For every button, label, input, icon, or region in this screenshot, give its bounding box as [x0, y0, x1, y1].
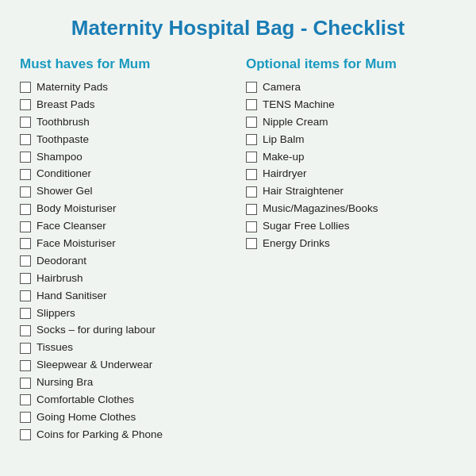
list-item[interactable]: Deodorant	[20, 254, 230, 269]
item-label: Sugar Free Lollies	[263, 219, 350, 234]
list-item[interactable]: Body Moisturiser	[20, 202, 230, 217]
list-item[interactable]: Comfortable Clothes	[20, 393, 230, 408]
item-label: Breast Pads	[36, 98, 95, 113]
item-label: Shampoo	[36, 150, 83, 165]
item-label: Tissues	[36, 340, 73, 355]
list-item[interactable]: Face Cleanser	[20, 219, 230, 234]
list-item[interactable]: Socks – for during labour	[20, 323, 230, 338]
checkbox[interactable]	[20, 117, 31, 128]
item-label: Hairbrush	[36, 271, 83, 286]
item-label: Hand Sanitiser	[36, 289, 107, 304]
list-item[interactable]: Hairdryer	[246, 167, 456, 182]
checkbox[interactable]	[20, 221, 31, 232]
checkbox[interactable]	[20, 82, 31, 93]
item-label: Toothpaste	[36, 132, 89, 148]
must-haves-column: Must haves for Mum Maternity PadsBreast …	[20, 56, 230, 445]
checkbox[interactable]	[246, 186, 257, 198]
checkbox[interactable]	[20, 343, 31, 354]
checkbox[interactable]	[20, 273, 31, 284]
checkbox[interactable]	[20, 255, 31, 267]
list-item[interactable]: Sugar Free Lollies	[246, 219, 456, 234]
content-columns: Must haves for Mum Maternity PadsBreast …	[20, 56, 456, 445]
item-label: Lip Balm	[263, 132, 305, 148]
list-item[interactable]: Shampoo	[20, 150, 230, 165]
list-item[interactable]: Breast Pads	[20, 98, 230, 113]
list-item[interactable]: Hair Straightener	[246, 184, 456, 199]
checkbox[interactable]	[20, 378, 31, 389]
list-item[interactable]: Shower Gel	[20, 184, 230, 199]
list-item[interactable]: Maternity Pads	[20, 80, 230, 95]
checkbox[interactable]	[20, 429, 31, 440]
checkbox[interactable]	[246, 221, 257, 232]
page: Maternity Hospital Bag - Checklist Must …	[0, 0, 476, 476]
optional-heading: Optional items for Mum	[246, 56, 456, 72]
checkbox[interactable]	[20, 238, 31, 249]
item-label: Hair Straightener	[263, 184, 344, 199]
checkbox[interactable]	[20, 186, 31, 198]
list-item[interactable]: Toothpaste	[20, 132, 230, 148]
list-item[interactable]: Nipple Cream	[246, 115, 456, 130]
list-item[interactable]: TENS Machine	[246, 98, 456, 113]
checkbox[interactable]	[20, 99, 31, 110]
list-item[interactable]: Camera	[246, 80, 456, 95]
list-item[interactable]: Conditioner	[20, 167, 230, 182]
checkbox[interactable]	[20, 412, 31, 423]
item-label: Shower Gel	[36, 184, 93, 199]
checkbox[interactable]	[246, 99, 257, 110]
item-label: Face Moisturiser	[36, 236, 116, 251]
item-label: Body Moisturiser	[36, 202, 117, 217]
list-item[interactable]: Energy Drinks	[246, 236, 456, 251]
list-item[interactable]: Toothbrush	[20, 115, 230, 130]
item-label: Make-up	[263, 150, 305, 165]
item-label: TENS Machine	[263, 98, 335, 113]
item-label: Comfortable Clothes	[36, 393, 134, 408]
checkbox[interactable]	[20, 394, 31, 405]
item-label: Socks – for during labour	[36, 323, 155, 338]
checkbox[interactable]	[20, 308, 31, 319]
checkbox[interactable]	[246, 169, 257, 180]
checkbox[interactable]	[246, 152, 257, 163]
item-label: Nursing Bra	[36, 375, 93, 390]
checkbox[interactable]	[246, 117, 257, 128]
item-label: Sleepwear & Underwear	[36, 358, 152, 373]
checkbox[interactable]	[246, 134, 257, 145]
item-label: Camera	[263, 80, 301, 95]
item-label: Energy Drinks	[263, 236, 330, 251]
list-item[interactable]: Going Home Clothes	[20, 410, 230, 425]
item-label: Maternity Pads	[36, 80, 108, 95]
checkbox[interactable]	[20, 325, 31, 336]
item-label: Conditioner	[36, 167, 91, 182]
optional-list: CameraTENS MachineNipple CreamLip BalmMa…	[246, 80, 456, 251]
item-label: Going Home Clothes	[36, 410, 136, 425]
checkbox[interactable]	[246, 238, 257, 249]
checkbox[interactable]	[20, 290, 31, 301]
checkbox[interactable]	[20, 134, 31, 145]
optional-column: Optional items for Mum CameraTENS Machin…	[246, 56, 456, 445]
list-item[interactable]: Hairbrush	[20, 271, 230, 286]
checkbox[interactable]	[246, 204, 257, 215]
must-haves-list: Maternity PadsBreast PadsToothbrushTooth…	[20, 80, 230, 443]
item-label: Nipple Cream	[263, 115, 328, 130]
item-label: Deodorant	[36, 254, 86, 269]
list-item[interactable]: Music/Magazines/Books	[246, 202, 456, 217]
checkbox[interactable]	[246, 82, 257, 93]
list-item[interactable]: Sleepwear & Underwear	[20, 358, 230, 373]
checkbox[interactable]	[20, 360, 31, 371]
item-label: Music/Magazines/Books	[263, 202, 378, 217]
list-item[interactable]: Face Moisturiser	[20, 236, 230, 251]
list-item[interactable]: Slippers	[20, 306, 230, 321]
list-item[interactable]: Coins for Parking & Phone	[20, 428, 230, 443]
page-title: Maternity Hospital Bag - Checklist	[20, 16, 456, 40]
item-label: Hairdryer	[263, 167, 307, 182]
checkbox[interactable]	[20, 204, 31, 215]
list-item[interactable]: Make-up	[246, 150, 456, 165]
list-item[interactable]: Tissues	[20, 340, 230, 355]
item-label: Coins for Parking & Phone	[36, 428, 163, 443]
list-item[interactable]: Hand Sanitiser	[20, 289, 230, 304]
item-label: Slippers	[36, 306, 75, 321]
list-item[interactable]: Lip Balm	[246, 132, 456, 148]
list-item[interactable]: Nursing Bra	[20, 375, 230, 390]
checkbox[interactable]	[20, 152, 31, 163]
must-haves-heading: Must haves for Mum	[20, 56, 230, 72]
checkbox[interactable]	[20, 169, 31, 180]
